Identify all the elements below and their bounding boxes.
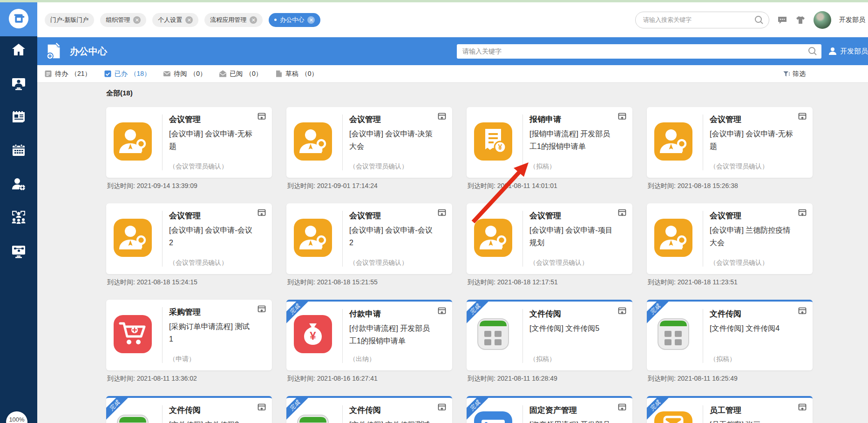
open-window-icon[interactable]	[257, 403, 266, 412]
divider	[703, 211, 703, 267]
task-card[interactable]: 会议管理 [会议申请] 会议申请-无标题 （会议管理员确认）	[647, 107, 813, 178]
card-app-title: 员工管理	[710, 405, 806, 416]
open-window-icon[interactable]	[437, 112, 447, 121]
user-name[interactable]: 开发部员	[839, 16, 865, 24]
open-window-icon[interactable]	[798, 208, 807, 217]
task-card[interactable]: 完成 固定资产管理 [资产领用流程] 开发部员工1	[467, 396, 632, 423]
task-tab-label: 待办	[55, 70, 68, 78]
meeting-tile-icon	[654, 122, 692, 161]
sidebar-item-news[interactable]	[11, 109, 27, 125]
card-status: （会议管理员确认）	[169, 259, 228, 267]
top-tab-bar: 门户-新版门户 ✕ 组织管理 ✕ 个人设置 ✕ 流程应用管理 ✕ 办公中心 ✕ …	[37, 2, 868, 37]
task-card[interactable]: 完成 文件传阅 [文件传阅] 文件传阅4 （拟稿）	[647, 300, 813, 370]
task-cell: 完成 ¥ 付款申请 [付款申请流程] 开发部员工1的报销申请单 （出纳） 到达时…	[286, 300, 452, 383]
task-card[interactable]: 完成 文件传阅 [文件传阅] 文件传阅2	[106, 396, 272, 423]
doc-pending-icon	[44, 70, 52, 78]
open-window-icon[interactable]	[617, 403, 627, 412]
sidebar-item-home[interactable]	[11, 42, 27, 58]
message-icon[interactable]	[777, 15, 787, 25]
task-card[interactable]: 完成 员工管理 [员工档案] 张三	[647, 396, 813, 423]
task-card[interactable]: 会议管理 [会议申请] 会议申请-会议2 （会议管理员确认）	[286, 203, 452, 274]
open-window-icon[interactable]	[437, 306, 447, 316]
card-arrival-time: 到达时间: 2021-08-11 16:28:49	[467, 375, 632, 383]
task-cell: 会议管理 [会议申请] 会议申请-无标题 （会议管理员确认） 到达时间: 202…	[106, 107, 272, 190]
global-search-input[interactable]	[643, 16, 754, 23]
header-search-icon[interactable]	[807, 46, 818, 56]
task-cell: 完成 固定资产管理 [资产领用流程] 开发部员工1	[467, 396, 632, 423]
card-description: [会议申请] 兰德防控疫情大会	[710, 224, 806, 249]
card-status: （出纳）	[349, 355, 375, 363]
sidebar-item-monitor-user[interactable]	[11, 75, 27, 91]
page-title: 办公中心	[70, 45, 107, 58]
task-card[interactable]: 完成 文件传阅 [文件传阅] 文件传阅测试	[286, 396, 452, 423]
task-tab-草稿[interactable]: 草稿（0）	[275, 70, 318, 78]
open-window-icon[interactable]	[437, 403, 447, 412]
open-window-icon[interactable]	[257, 304, 266, 314]
task-tab-已办[interactable]: 已办（18）	[104, 70, 151, 78]
task-card[interactable]: 会议管理 [会议申请] 兰德防控疫情大会 （会议管理员确认）	[647, 203, 813, 274]
open-window-icon[interactable]	[257, 208, 266, 217]
divider	[162, 307, 163, 363]
close-icon[interactable]: ✕	[133, 16, 141, 24]
open-window-icon[interactable]	[798, 306, 807, 316]
task-cell: 完成 文件传阅 [文件传阅] 文件传阅5 （拟稿） 到达时间: 2021-08-…	[467, 300, 632, 383]
task-card[interactable]: 采购管理 [采购订单申请流程] 测试1 （申请）	[106, 300, 272, 370]
header-user-name: 开发部员	[840, 47, 868, 56]
theme-shirt-icon[interactable]	[795, 15, 806, 25]
search-icon[interactable]	[754, 15, 764, 25]
task-card[interactable]: 会议管理 [会议申请] 会议申请-项目规划 （会议管理员确认）	[467, 203, 632, 274]
top-tab[interactable]: 门户-新版门户 ✕	[45, 13, 94, 27]
topbar-right-cluster: 开发部员	[635, 11, 865, 29]
expense-tile-icon: ¥	[474, 122, 512, 161]
top-tab-label: 个人设置	[158, 16, 182, 24]
close-icon[interactable]: ✕	[307, 16, 315, 24]
open-window-icon[interactable]	[617, 112, 627, 121]
file-tile-icon	[654, 315, 692, 353]
task-card[interactable]: 完成 ¥ 付款申请 [付款申请流程] 开发部员工1的报销申请单 （出纳）	[286, 300, 452, 370]
top-tab[interactable]: 组织管理 ✕	[100, 13, 146, 27]
card-description: [文件传阅] 文件传阅4	[710, 322, 806, 335]
divider	[342, 309, 343, 363]
task-card[interactable]: ¥ 报销申请 [报销申请流程] 开发部员工1的报销申请单 （拟稿）	[467, 107, 632, 178]
task-card[interactable]: 完成 文件传阅 [文件传阅] 文件传阅5 （拟稿）	[467, 300, 632, 370]
filter-button[interactable]: 筛选	[783, 70, 806, 78]
top-tab[interactable]: 流程应用管理 ✕	[204, 13, 263, 27]
task-card[interactable]: 会议管理 [会议申请] 会议申请-无标题 （会议管理员确认）	[106, 107, 272, 178]
card-app-title: 固定资产管理	[529, 405, 626, 416]
close-icon[interactable]: ✕	[250, 16, 257, 24]
task-tab-待阅[interactable]: 待阅（0）	[163, 70, 206, 78]
open-window-icon[interactable]	[617, 208, 627, 217]
top-tab[interactable]: 个人设置 ✕	[152, 13, 198, 27]
task-cell: ¥ 报销申请 [报销申请流程] 开发部员工1的报销申请单 （拟稿） 到达时间: …	[467, 107, 632, 190]
open-window-icon[interactable]	[617, 306, 627, 316]
card-app-title: 文件传阅	[529, 309, 626, 319]
sidebar-item-calendar[interactable]	[11, 142, 27, 158]
card-app-title: 会议管理	[349, 210, 446, 221]
open-window-icon[interactable]	[257, 112, 266, 121]
sidebar-item-monitor-flow[interactable]	[11, 243, 27, 259]
header-search-input[interactable]	[462, 47, 807, 55]
divider	[522, 309, 523, 363]
task-card[interactable]: 会议管理 [会议申请] 会议申请-决策大会 （会议管理员确认）	[286, 107, 452, 178]
top-tab[interactable]: 办公中心 ✕	[269, 13, 320, 27]
card-arrival-time: 到达时间: 2021-08-18 11:23:51	[647, 278, 813, 287]
card-status: （会议管理员确认）	[710, 259, 768, 267]
open-window-icon[interactable]	[437, 208, 447, 217]
open-window-icon[interactable]	[798, 403, 807, 412]
card-app-title: 会议管理	[710, 114, 806, 125]
app-logo[interactable]	[0, 2, 37, 36]
task-card[interactable]: 会议管理 [会议申请] 会议申请-会议2 （会议管理员确认）	[106, 203, 272, 274]
sidebar-item-user-gear[interactable]	[11, 176, 27, 192]
card-description: [付款申请流程] 开发部员工1的报销申请单	[349, 322, 446, 347]
global-search	[635, 12, 769, 28]
sidebar-item-org-chart[interactable]	[11, 209, 27, 225]
mail-read-icon	[219, 70, 227, 78]
header-user[interactable]: 开发部员	[828, 47, 868, 56]
user-avatar[interactable]	[814, 11, 831, 29]
open-window-icon[interactable]	[798, 112, 807, 121]
sidebar	[0, 36, 37, 423]
divider	[162, 211, 163, 267]
task-tab-已阅[interactable]: 已阅（0）	[219, 70, 262, 78]
close-icon[interactable]: ✕	[185, 16, 193, 24]
task-tab-待办[interactable]: 待办（21）	[44, 70, 91, 78]
